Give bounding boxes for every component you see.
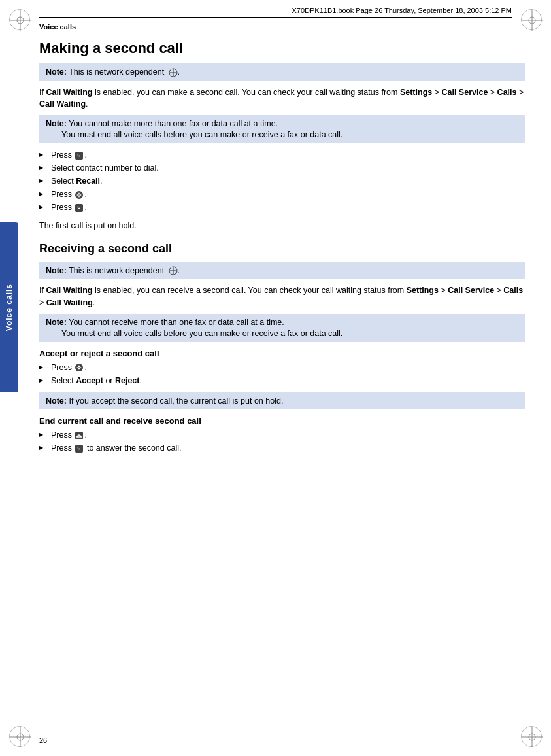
nav-circle-icon (75, 190, 84, 199)
crosshair-tl (10, 10, 31, 31)
corner-decoration-tl (9, 9, 30, 30)
making-step-3: Select Recall. (39, 175, 525, 188)
svg-point-16 (75, 191, 83, 199)
main-content: Voice calls Making a second call Note: T… (39, 23, 525, 730)
top-bar: X70DPK11B1.book Page 26 Thursday, Septem… (39, 7, 512, 18)
end-heading: End current call and receive second call (39, 416, 525, 426)
receiving-note1: Note: This is network dependent . (39, 262, 525, 280)
receiving-note2-line1: Note: You cannot receive more than one f… (46, 318, 518, 327)
making-step-1: Press . (39, 148, 525, 162)
crosshair-bl (10, 727, 31, 747)
making-steps: Press . Select contact number to dial. S… (39, 148, 525, 215)
sidebar-tab: Voice calls (0, 222, 18, 392)
page-number: 26 (39, 736, 47, 744)
making-step-5: Press . (39, 201, 525, 214)
book-info: X70DPK11B1.book Page 26 Thursday, Septem… (292, 7, 512, 14)
making-note2-line1: Note: You cannot make more than one fax … (46, 119, 518, 128)
accept-heading: Accept or reject a second call (39, 349, 525, 358)
receiving-note1-text: Note: This is network dependent . (46, 266, 180, 275)
accept-step-2: Select Accept or Reject. (39, 374, 525, 387)
phone-icon-2 (75, 203, 84, 213)
making-conclusion: The first call is put on hold. (39, 220, 525, 232)
accept-note-text: Note: If you accept the second call, the… (46, 396, 283, 405)
corner-decoration-bl (9, 726, 30, 747)
accept-step-1: Press . (39, 361, 525, 374)
making-step-4: Press . (39, 188, 525, 201)
nav-circle-icon2 (75, 363, 84, 372)
accept-note: Note: If you accept the second call, the… (39, 392, 525, 409)
end-step-2: Press to answer the second call. (39, 441, 525, 455)
phone-green-icon (75, 151, 84, 160)
section-label: Voice calls (39, 23, 525, 31)
sidebar-label: Voice calls (5, 284, 14, 331)
making-note1-text: Note: This is network dependent . (46, 67, 180, 77)
end-step-1: Press . (39, 428, 525, 441)
svg-point-25 (75, 364, 83, 371)
end-call-icon (75, 431, 84, 440)
making-body1: If Call Waiting is enabled, you can make… (39, 86, 525, 110)
accept-steps: Press . Select Accept or Reject. (39, 361, 525, 387)
receiving-body1: If Call Waiting is enabled, you can rece… (39, 284, 525, 308)
making-step-2: Select contact number to dial. (39, 162, 525, 175)
answer-icon (75, 444, 84, 453)
making-heading: Making a second call (39, 40, 525, 57)
receiving-note2: Note: You cannot receive more than one f… (39, 314, 525, 342)
receiving-heading: Receiving a second call (39, 242, 525, 256)
network-icon2 (169, 266, 178, 275)
receiving-note2-line2: You must end all voice calls before you … (61, 329, 518, 338)
making-note2-line2: You must end all voice calls before you … (61, 130, 518, 139)
bottom-bar: 26 (39, 736, 512, 744)
end-steps: Press . Press to answer the second call. (39, 428, 525, 455)
making-note1: Note: This is network dependent . (39, 63, 525, 81)
svg-rect-30 (75, 432, 83, 439)
making-note2: Note: You cannot make more than one fax … (39, 115, 525, 143)
network-icon (169, 68, 178, 77)
